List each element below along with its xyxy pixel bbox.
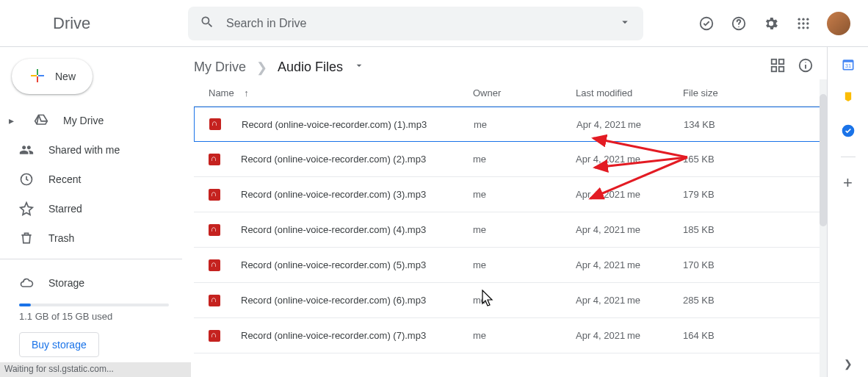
- nav-label: Trash: [48, 232, 74, 244]
- svg-point-2: [738, 26, 739, 26]
- svg-point-7: [802, 22, 804, 24]
- file-modified-by: me: [627, 295, 683, 306]
- header-actions: [698, 12, 856, 35]
- plus-icon: [29, 67, 46, 87]
- file-name: Record (online-voice-recorder.com) (2).m…: [241, 154, 473, 165]
- nav-my-drive[interactable]: ▸ My Drive: [0, 106, 188, 135]
- col-modified[interactable]: Last modified: [576, 87, 683, 98]
- file-row[interactable]: Record (online-voice-recorder.com) (3).m…: [194, 177, 821, 212]
- col-name[interactable]: Name ↑: [209, 87, 473, 98]
- logo-text: Drive: [53, 14, 90, 33]
- people-icon: [19, 143, 34, 157]
- tasks-icon[interactable]: [841, 123, 856, 140]
- file-owner: me: [473, 189, 576, 200]
- col-size[interactable]: File size: [683, 87, 815, 98]
- search-dropdown-icon[interactable]: [618, 15, 632, 31]
- svg-rect-16: [779, 67, 784, 71]
- help-icon[interactable]: [730, 15, 748, 32]
- audio-file-icon: [209, 189, 220, 201]
- app-header: Drive Search in Drive: [0, 0, 868, 47]
- file-size: 285 KB: [683, 295, 815, 306]
- settings-icon[interactable]: [762, 15, 780, 32]
- expand-icon[interactable]: ▸: [9, 115, 16, 126]
- side-panel-separator: [841, 157, 856, 157]
- file-owner: me: [473, 330, 576, 341]
- account-avatar[interactable]: [827, 12, 850, 35]
- star-icon: [19, 201, 34, 216]
- search-bar[interactable]: Search in Drive: [188, 7, 643, 40]
- svg-rect-15: [772, 67, 776, 71]
- nav-starred[interactable]: Starred: [0, 194, 188, 223]
- file-row[interactable]: Record (online-voice-recorder.com) (4).m…: [194, 212, 821, 248]
- file-owner: me: [473, 154, 576, 165]
- svg-point-6: [798, 22, 800, 24]
- file-name: Record (online-voice-recorder.com) (3).m…: [241, 189, 473, 200]
- logo-area[interactable]: Drive: [12, 14, 188, 33]
- buy-storage-button[interactable]: Buy storage: [19, 332, 99, 357]
- sort-ascending-icon[interactable]: ↑: [244, 87, 249, 98]
- file-modified-by: me: [627, 259, 683, 270]
- breadcrumb: My Drive ❯ Audio Files: [194, 56, 821, 87]
- svg-point-4: [802, 18, 804, 20]
- clock-icon: [19, 172, 34, 187]
- collapse-panel-icon[interactable]: ❯: [844, 358, 853, 370]
- svg-point-19: [805, 62, 806, 62]
- file-size: 185 KB: [683, 224, 815, 235]
- file-modified-by: me: [627, 154, 683, 165]
- file-row[interactable]: Record (online-voice-recorder.com) (1).m…: [194, 107, 821, 142]
- file-modified: Apr 4, 2021: [576, 119, 628, 130]
- nav-label: Starred: [48, 203, 82, 215]
- breadcrumb-current[interactable]: Audio Files: [278, 60, 343, 75]
- new-button[interactable]: New: [12, 59, 93, 94]
- col-name-label: Name: [209, 87, 234, 98]
- audio-file-icon: [209, 154, 220, 165]
- chevron-right-icon: ❯: [256, 60, 267, 76]
- divider: [0, 259, 182, 259]
- keep-icon[interactable]: [841, 90, 856, 107]
- column-headers: Name ↑ Owner Last modified File size: [194, 87, 821, 107]
- nav-label: Recent: [48, 173, 81, 185]
- nav-storage[interactable]: Storage: [0, 268, 188, 298]
- svg-point-5: [806, 18, 809, 20]
- folder-dropdown-icon[interactable]: [353, 60, 365, 75]
- main-content: My Drive ❯ Audio Files Name ↑ Owner Last: [188, 47, 827, 377]
- nav-trash[interactable]: Trash: [0, 223, 188, 253]
- file-size: 170 KB: [683, 259, 815, 270]
- file-row[interactable]: Record (online-voice-recorder.com) (6).m…: [194, 283, 821, 318]
- nav-recent[interactable]: Recent: [0, 165, 188, 194]
- col-owner[interactable]: Owner: [473, 87, 576, 98]
- breadcrumb-root[interactable]: My Drive: [194, 60, 246, 75]
- svg-rect-14: [779, 60, 784, 64]
- svg-point-10: [802, 26, 804, 29]
- scrollbar[interactable]: [820, 79, 827, 377]
- nav-shared[interactable]: Shared with me: [0, 135, 188, 165]
- file-owner: me: [473, 295, 576, 306]
- file-modified-by: me: [628, 119, 684, 130]
- audio-file-icon: [209, 118, 221, 130]
- ready-offline-icon[interactable]: [698, 15, 715, 32]
- file-size: 165 KB: [683, 154, 815, 165]
- info-icon[interactable]: [798, 57, 814, 77]
- audio-file-icon: [209, 224, 220, 236]
- file-name: Record (online-voice-recorder.com) (5).m…: [241, 259, 473, 270]
- file-size: 164 KB: [683, 330, 815, 341]
- calendar-icon[interactable]: 31: [841, 57, 856, 74]
- file-size: 134 KB: [684, 119, 814, 130]
- file-row[interactable]: Record (online-voice-recorder.com) (7).m…: [194, 318, 821, 353]
- new-button-label: New: [55, 71, 76, 82]
- drive-icon: [34, 113, 48, 128]
- grid-view-icon[interactable]: [770, 57, 786, 77]
- audio-file-icon: [209, 295, 220, 306]
- file-name: Record (online-voice-recorder.com) (1).m…: [242, 119, 474, 130]
- add-addon-icon[interactable]: +: [843, 173, 853, 193]
- file-modified: Apr 4, 2021: [576, 154, 627, 165]
- svg-point-11: [806, 26, 809, 29]
- file-row[interactable]: Record (online-voice-recorder.com) (5).m…: [194, 248, 821, 283]
- svg-point-9: [798, 26, 800, 29]
- file-modified-by: me: [627, 224, 683, 235]
- status-bar: Waiting for ssl.gstatic.com...: [0, 362, 191, 377]
- file-size: 179 KB: [683, 189, 815, 200]
- file-row[interactable]: Record (online-voice-recorder.com) (2).m…: [194, 142, 821, 177]
- file-list: Record (online-voice-recorder.com) (1).m…: [194, 107, 821, 353]
- apps-icon[interactable]: [795, 15, 812, 32]
